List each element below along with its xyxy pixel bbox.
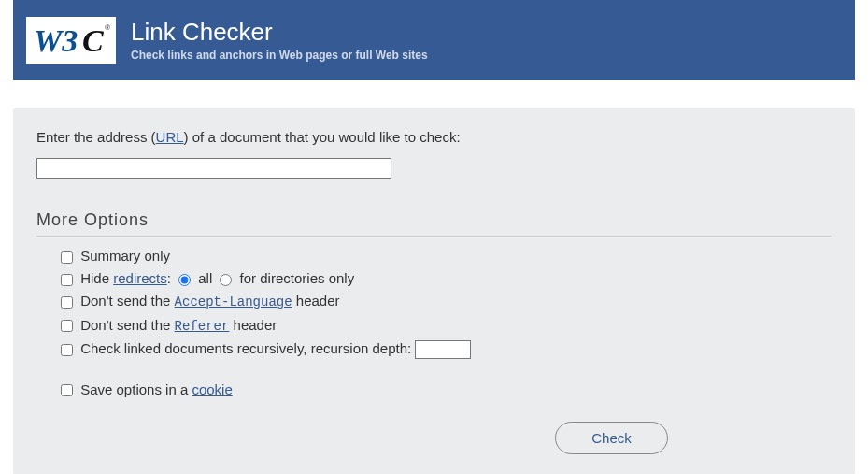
prompt-after: ) of a document that you would like to c… [184,129,461,145]
more-options-heading: More Options [36,210,832,230]
option-referer: Don't send the Referer header [61,315,832,337]
svg-text:C: C [82,23,104,58]
option-accept-language: Don't send the Accept-Language header [61,291,832,312]
hide-label: Hide [80,270,113,286]
w3c-logo: W3 C ® [26,17,116,64]
radio-dirs-label: for directories only [240,270,355,286]
save-cookie-checkbox[interactable] [61,384,73,396]
prompt-text: Enter the address (URL) of a document th… [36,129,832,145]
referer-before: Don't send the [80,317,174,333]
referer-checkbox[interactable] [61,320,73,332]
page-header: W3 C ® Link Checker Check links and anch… [13,0,855,80]
summary-only-label: Summary only [80,248,170,264]
accept-language-checkbox[interactable] [61,296,73,309]
radio-all-label: all [198,270,212,286]
recursive-label: Check linked documents recursively, recu… [80,340,415,356]
option-recursive: Check linked documents recursively, recu… [61,338,832,359]
option-hide-redirects: Hide redirects: all for directories only [61,268,832,288]
hide-colon: : [167,270,175,286]
redirect-all-radio[interactable] [178,274,191,286]
summary-only-checkbox[interactable] [61,251,73,264]
option-save-cookie: Save options in a cookie [61,380,832,399]
referer-after: header [229,317,277,333]
hide-redirects-checkbox[interactable] [61,274,73,286]
submit-row: Check [36,422,832,454]
header-text: Link Checker Check links and anchors in … [131,19,428,63]
prompt-before: Enter the address ( [36,129,156,145]
accept-lang-after: header [292,293,340,309]
url-help-link[interactable]: URL [156,129,184,145]
option-summary-only: Summary only [61,246,832,266]
recursive-checkbox[interactable] [61,344,73,356]
divider [36,236,832,237]
redirects-help-link[interactable]: redirects [113,270,167,286]
main-form: Enter the address (URL) of a document th… [13,108,855,474]
options-list: Summary only Hide redirects: all for dir… [36,246,832,399]
page-title: Link Checker [131,19,428,46]
svg-text:W3: W3 [34,23,78,58]
accept-language-help-link[interactable]: Accept-Language [175,294,292,309]
w3c-logo-icon: W3 C ® [28,19,114,62]
check-button[interactable]: Check [555,422,668,454]
svg-text:®: ® [105,23,110,32]
accept-lang-before: Don't send the [80,293,174,309]
redirect-dirs-radio[interactable] [220,274,232,286]
recursion-depth-input[interactable] [415,340,471,359]
url-input[interactable] [36,158,391,179]
page-subtitle: Check links and anchors in Web pages or … [131,49,428,62]
referer-help-link[interactable]: Referer [175,319,230,334]
cookie-help-link[interactable]: cookie [192,381,232,397]
save-before: Save options in a [80,381,192,397]
